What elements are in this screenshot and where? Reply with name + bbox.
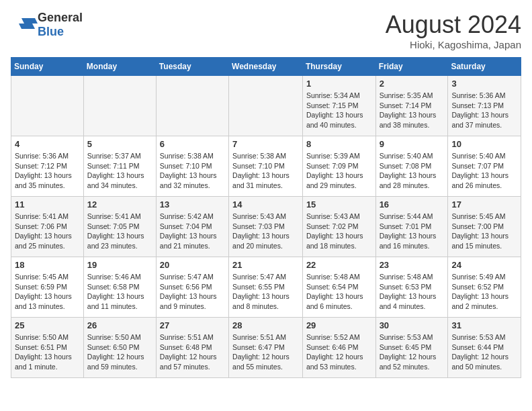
day-info: Sunrise: 5:42 AM Sunset: 7:04 PM Dayligh… [160,212,225,251]
calendar-cell: 12Sunrise: 5:41 AM Sunset: 7:05 PM Dayli… [83,197,156,257]
day-number: 22 [306,260,372,270]
calendar-cell [229,76,303,136]
calendar-cell: 7Sunrise: 5:38 AM Sunset: 7:10 PM Daylig… [229,136,303,197]
day-info: Sunrise: 5:50 AM Sunset: 6:50 PM Dayligh… [87,332,152,372]
day-number: 23 [380,260,445,270]
calendar-cell: 26Sunrise: 5:50 AM Sunset: 6:50 PM Dayli… [83,318,156,378]
calendar-cell: 10Sunrise: 5:40 AM Sunset: 7:07 PM Dayli… [448,136,521,197]
calendar-week-row: 1Sunrise: 5:34 AM Sunset: 7:15 PM Daylig… [11,76,521,136]
day-info: Sunrise: 5:48 AM Sunset: 6:53 PM Dayligh… [380,272,445,312]
calendar-cell: 20Sunrise: 5:47 AM Sunset: 6:56 PM Dayli… [156,257,228,318]
day-number: 11 [15,199,80,210]
location: Hioki, Kagoshima, Japan [386,39,521,50]
calendar-cell: 30Sunrise: 5:53 AM Sunset: 6:45 PM Dayli… [375,318,448,378]
day-number: 9 [380,139,445,149]
calendar-week-row: 18Sunrise: 5:45 AM Sunset: 6:59 PM Dayli… [11,257,521,318]
day-info: Sunrise: 5:44 AM Sunset: 7:01 PM Dayligh… [380,212,445,251]
day-info: Sunrise: 5:36 AM Sunset: 7:12 PM Dayligh… [15,151,80,191]
calendar-cell: 3Sunrise: 5:36 AM Sunset: 7:13 PM Daylig… [448,76,521,136]
weekday-header: Friday [375,58,448,76]
day-info: Sunrise: 5:39 AM Sunset: 7:09 PM Dayligh… [306,151,372,191]
logo: General Blue [11,11,83,39]
calendar-cell: 11Sunrise: 5:41 AM Sunset: 7:06 PM Dayli… [11,197,84,257]
day-info: Sunrise: 5:38 AM Sunset: 7:10 PM Dayligh… [160,151,225,191]
calendar-cell [11,76,84,136]
day-number: 31 [451,320,517,330]
day-number: 26 [87,320,152,330]
day-info: Sunrise: 5:43 AM Sunset: 7:02 PM Dayligh… [306,212,372,251]
day-number: 13 [160,199,225,210]
day-info: Sunrise: 5:47 AM Sunset: 6:56 PM Dayligh… [160,272,225,312]
calendar-cell: 14Sunrise: 5:43 AM Sunset: 7:03 PM Dayli… [229,197,303,257]
day-number: 10 [451,139,517,149]
calendar-cell: 28Sunrise: 5:51 AM Sunset: 6:47 PM Dayli… [229,318,303,378]
page-header: General Blue August 2024 Hioki, Kagoshim… [11,11,521,50]
day-number: 17 [451,199,517,210]
title-area: August 2024 Hioki, Kagoshima, Japan [386,11,521,50]
calendar-cell: 31Sunrise: 5:53 AM Sunset: 6:44 PM Dayli… [448,318,521,378]
calendar-cell: 6Sunrise: 5:38 AM Sunset: 7:10 PM Daylig… [156,136,228,197]
day-info: Sunrise: 5:40 AM Sunset: 7:07 PM Dayligh… [451,151,517,191]
day-info: Sunrise: 5:48 AM Sunset: 6:54 PM Dayligh… [306,272,372,312]
logo-general: General [38,11,83,24]
day-number: 6 [160,139,225,149]
day-info: Sunrise: 5:46 AM Sunset: 6:58 PM Dayligh… [87,272,152,312]
calendar-cell [156,76,228,136]
calendar-cell: 5Sunrise: 5:37 AM Sunset: 7:11 PM Daylig… [83,136,156,197]
day-info: Sunrise: 5:53 AM Sunset: 6:45 PM Dayligh… [380,332,445,372]
day-number: 21 [232,260,299,270]
calendar-cell: 18Sunrise: 5:45 AM Sunset: 6:59 PM Dayli… [11,257,84,318]
day-info: Sunrise: 5:52 AM Sunset: 6:46 PM Dayligh… [306,332,372,372]
calendar-cell: 24Sunrise: 5:49 AM Sunset: 6:52 PM Dayli… [448,257,521,318]
calendar-cell: 19Sunrise: 5:46 AM Sunset: 6:58 PM Dayli… [83,257,156,318]
day-info: Sunrise: 5:34 AM Sunset: 7:15 PM Dayligh… [306,91,372,130]
calendar-cell: 16Sunrise: 5:44 AM Sunset: 7:01 PM Dayli… [375,197,448,257]
day-info: Sunrise: 5:53 AM Sunset: 6:44 PM Dayligh… [451,332,517,372]
day-number: 28 [232,320,299,330]
calendar-cell: 22Sunrise: 5:48 AM Sunset: 6:54 PM Dayli… [302,257,375,318]
calendar-cell: 4Sunrise: 5:36 AM Sunset: 7:12 PM Daylig… [11,136,84,197]
calendar-cell: 27Sunrise: 5:51 AM Sunset: 6:48 PM Dayli… [156,318,228,378]
day-info: Sunrise: 5:47 AM Sunset: 6:55 PM Dayligh… [232,272,299,312]
day-number: 8 [306,139,372,149]
calendar-cell: 15Sunrise: 5:43 AM Sunset: 7:02 PM Dayli… [302,197,375,257]
day-number: 24 [451,260,517,270]
svg-marker-1 [19,24,35,29]
day-info: Sunrise: 5:41 AM Sunset: 7:05 PM Dayligh… [87,212,152,251]
weekday-header: Sunday [11,58,84,76]
month-title: August 2024 [386,11,521,39]
day-info: Sunrise: 5:43 AM Sunset: 7:03 PM Dayligh… [232,212,299,251]
calendar-cell: 17Sunrise: 5:45 AM Sunset: 7:00 PM Dayli… [448,197,521,257]
day-number: 12 [87,199,152,210]
calendar-cell: 2Sunrise: 5:35 AM Sunset: 7:14 PM Daylig… [375,76,448,136]
calendar-cell: 9Sunrise: 5:40 AM Sunset: 7:08 PM Daylig… [375,136,448,197]
day-number: 19 [87,260,152,270]
day-number: 14 [232,199,299,210]
calendar-cell: 23Sunrise: 5:48 AM Sunset: 6:53 PM Dayli… [375,257,448,318]
calendar-week-row: 4Sunrise: 5:36 AM Sunset: 7:12 PM Daylig… [11,136,521,197]
day-number: 25 [15,320,80,330]
calendar-table: SundayMondayTuesdayWednesdayThursdayFrid… [11,57,521,378]
day-info: Sunrise: 5:35 AM Sunset: 7:14 PM Dayligh… [380,91,445,130]
calendar-week-row: 25Sunrise: 5:50 AM Sunset: 6:51 PM Dayli… [11,318,521,378]
weekday-header-row: SundayMondayTuesdayWednesdayThursdayFrid… [11,58,521,76]
day-number: 20 [160,260,225,270]
calendar-cell: 1Sunrise: 5:34 AM Sunset: 7:15 PM Daylig… [302,76,375,136]
calendar-cell: 29Sunrise: 5:52 AM Sunset: 6:46 PM Dayli… [302,318,375,378]
weekday-header: Monday [83,58,156,76]
calendar-cell [83,76,156,136]
day-number: 27 [160,320,225,330]
day-number: 7 [232,139,299,149]
day-number: 18 [15,260,80,270]
day-info: Sunrise: 5:45 AM Sunset: 7:00 PM Dayligh… [451,212,517,251]
day-info: Sunrise: 5:37 AM Sunset: 7:11 PM Dayligh… [87,151,152,191]
day-number: 30 [380,320,445,330]
logo-icon [11,15,38,35]
day-number: 4 [15,139,80,149]
day-number: 16 [380,199,445,210]
day-info: Sunrise: 5:41 AM Sunset: 7:06 PM Dayligh… [15,212,80,251]
day-info: Sunrise: 5:51 AM Sunset: 6:48 PM Dayligh… [160,332,225,372]
calendar-cell: 8Sunrise: 5:39 AM Sunset: 7:09 PM Daylig… [302,136,375,197]
day-number: 15 [306,199,372,210]
weekday-header: Tuesday [156,58,228,76]
